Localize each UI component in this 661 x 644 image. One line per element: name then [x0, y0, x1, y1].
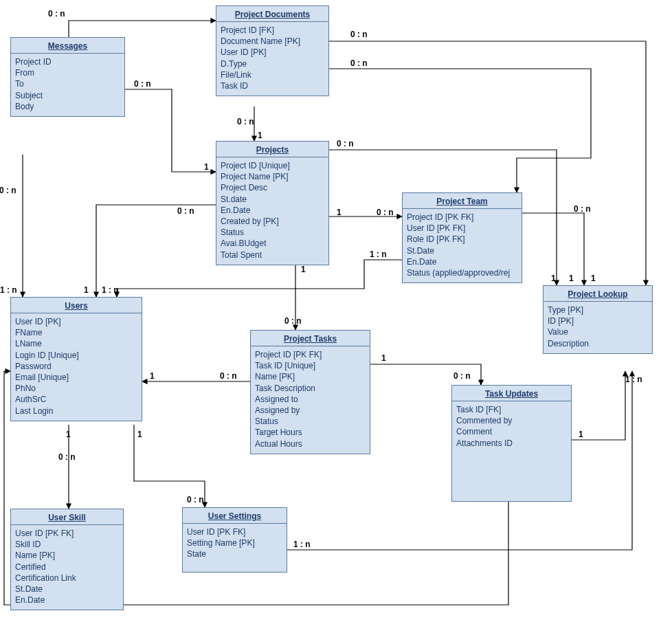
- attr: To: [15, 78, 120, 89]
- attr: File/Link: [221, 69, 324, 80]
- rel-label: 0 : n: [177, 206, 194, 216]
- rel-label: 1: [569, 274, 574, 283]
- rel-label: 1 : n: [625, 375, 642, 384]
- rel-label: 1 : n: [0, 285, 17, 295]
- attr: Project Name [PK]: [221, 171, 324, 182]
- attr: Role ID [PK FK]: [407, 234, 517, 245]
- attr: ID [PK]: [548, 315, 648, 326]
- attr: User ID [PK FK]: [15, 528, 119, 539]
- attr: State: [187, 548, 282, 559]
- entity-body: Project ID [PK FK] Task ID [Unique] Name…: [251, 346, 370, 454]
- entity-users: Users User ID [PK] FName LName Login ID …: [10, 297, 142, 421]
- attr: Email [Unique]: [15, 372, 137, 383]
- attr: Project ID [FK]: [221, 25, 324, 36]
- entity-body: Project ID [PK FK] User ID [PK FK] Role …: [403, 209, 522, 282]
- rel-label: 1: [337, 208, 341, 217]
- attr: St.date: [221, 194, 324, 205]
- attr: Description: [548, 338, 648, 349]
- entity-body: Project ID From To Subject Body: [11, 54, 124, 116]
- attr: Project ID [PK FK]: [407, 212, 517, 223]
- attr: AuthSrC: [15, 394, 137, 405]
- attr: FName: [15, 327, 137, 338]
- entity-body: Project ID [FK] Document Name [PK] User …: [216, 22, 328, 96]
- attr: User ID [PK FK]: [407, 223, 517, 234]
- attr: Status: [221, 227, 324, 238]
- rel-label: 1: [66, 430, 71, 439]
- entity-body: Task ID [FK] Commented by Comment Attach…: [452, 401, 571, 453]
- entity-title: User Skill: [11, 509, 123, 525]
- attr: St.Date: [15, 584, 119, 595]
- attr: Project ID [PK FK]: [255, 349, 366, 360]
- attr: Name [PK]: [15, 550, 119, 561]
- rel-label: 1: [258, 131, 262, 140]
- attr: Target Hours: [255, 427, 366, 438]
- attr: User ID [PK]: [15, 316, 137, 327]
- entity-task-updates: Task Updates Task ID [FK] Commented by C…: [451, 385, 572, 502]
- entity-body: User ID [PK FK] Skill ID Name [PK] Certi…: [11, 525, 123, 610]
- rel-label: 1: [301, 265, 306, 274]
- rel-label: 0 : n: [453, 371, 471, 381]
- attr: From: [15, 67, 120, 78]
- attr: Task Description: [255, 383, 366, 394]
- rel-label: 1: [591, 274, 596, 283]
- entity-user-skill: User Skill User ID [PK FK] Skill ID Name…: [10, 509, 124, 610]
- attr: Setting Name [PK]: [187, 537, 282, 548]
- attr: Task ID [FK]: [456, 404, 567, 415]
- entity-project-team: Project Team Project ID [PK FK] User ID …: [402, 192, 522, 283]
- attr: Name [PK]: [255, 371, 366, 382]
- entity-title: Task Updates: [452, 386, 571, 401]
- entity-title: User Settings: [183, 508, 287, 524]
- attr: Status: [255, 416, 366, 427]
- attr: Task ID [Unique]: [255, 360, 366, 371]
- rel-label: 0 : n: [58, 452, 76, 462]
- entity-project-lookup: Project Lookup Type [PK] ID [PK] Value D…: [543, 285, 653, 354]
- attr: Type [PK]: [548, 304, 648, 315]
- rel-label: 0 : n: [350, 58, 368, 68]
- attr: Login ID [Unique]: [15, 350, 137, 361]
- entity-title: Projects: [216, 142, 328, 157]
- attr: Certified: [15, 562, 119, 573]
- attr: Assigned to: [255, 394, 366, 405]
- rel-label: 0 : n: [187, 495, 204, 504]
- rel-label: 1: [84, 285, 89, 295]
- rel-label: 0 : n: [134, 79, 151, 89]
- rel-label: 1 : n: [293, 540, 311, 549]
- entity-project-tasks: Project Tasks Project ID [PK FK] Task ID…: [250, 330, 370, 454]
- rel-label: 0 : n: [337, 139, 354, 148]
- entity-title: Users: [11, 298, 142, 313]
- attr: Document Name [PK]: [221, 36, 324, 47]
- er-diagram-canvas: 0 : n 0 : n 0 : n 1 : n 0 : n 1 1 0 : n …: [0, 0, 661, 644]
- attr: En.Date: [407, 256, 517, 267]
- attr: En.Date: [221, 205, 324, 216]
- entity-projects: Projects Project ID [Unique] Project Nam…: [216, 141, 329, 265]
- rel-label: 0 : n: [48, 9, 65, 19]
- rel-label: 1 : n: [102, 285, 119, 295]
- attr: Body: [15, 101, 120, 112]
- rel-label: 0 : n: [0, 186, 16, 195]
- attr: User ID [PK FK]: [187, 526, 282, 537]
- rel-label: 1: [381, 353, 386, 363]
- attr: Total Spent: [221, 249, 324, 260]
- entity-title: Project Documents: [216, 6, 328, 22]
- attr: Project ID [Unique]: [221, 160, 324, 171]
- attr: LName: [15, 338, 137, 349]
- entity-title: Project Tasks: [251, 331, 370, 346]
- attr: Task ID: [221, 80, 324, 91]
- attr: Status (applied/approved/rej: [407, 267, 517, 278]
- entity-title: Project Lookup: [544, 286, 652, 302]
- attr: St.Date: [407, 245, 517, 256]
- entity-body: Type [PK] ID [PK] Value Description: [544, 302, 652, 353]
- attr: Comment: [456, 426, 567, 437]
- attr: Value: [548, 326, 648, 337]
- attr: Commented by: [456, 415, 567, 426]
- entity-user-settings: User Settings User ID [PK FK] Setting Na…: [182, 507, 287, 573]
- attr: Project ID: [15, 56, 120, 67]
- rel-label: 0 : n: [377, 208, 394, 217]
- attr: Assigned by: [255, 405, 366, 416]
- rel-label: 0 : n: [237, 117, 254, 126]
- attr: Attachments ID: [456, 438, 567, 449]
- entity-messages: Messages Project ID From To Subject Body: [10, 37, 125, 117]
- rel-label: 1: [137, 430, 142, 439]
- attr: Created by [PK]: [221, 216, 324, 227]
- entity-body: Project ID [Unique] Project Name [PK] Pr…: [216, 157, 328, 265]
